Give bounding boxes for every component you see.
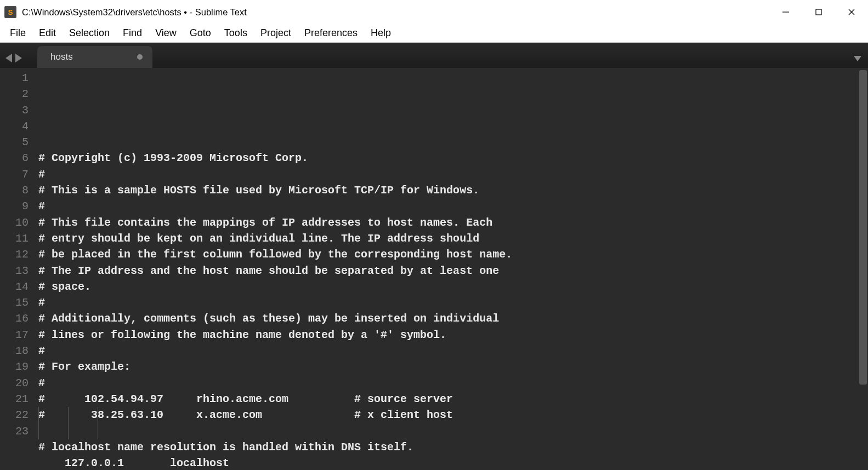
code-line[interactable]: # space. <box>38 279 868 295</box>
code-line[interactable]: # This file contains the mappings of IP … <box>38 215 868 231</box>
menu-tools[interactable]: Tools <box>218 25 254 41</box>
line-number: 20 <box>0 375 29 391</box>
line-number: 16 <box>0 311 29 326</box>
tab-dropdown-icon[interactable] <box>854 56 861 61</box>
code-line[interactable]: # Additionally, comments (such as these)… <box>38 311 868 326</box>
title-left: S C:\Windows\System32\drivers\etc\hosts … <box>0 6 247 18</box>
code-line[interactable]: # For example: <box>38 359 868 375</box>
menu-view[interactable]: View <box>149 25 183 41</box>
menu-edit[interactable]: Edit <box>32 25 63 41</box>
code-line[interactable] <box>38 423 868 439</box>
line-number: 12 <box>0 247 29 262</box>
menu-file[interactable]: File <box>3 25 32 41</box>
line-number: 22 <box>0 407 29 423</box>
line-number: 23 <box>0 423 29 439</box>
scroll-thumb[interactable] <box>859 70 867 385</box>
line-number: 5 <box>0 134 29 150</box>
code-line[interactable]: # localhost name resolution is handled w… <box>38 439 868 455</box>
code-view[interactable]: # Copyright (c) 1993-2009 Microsoft Corp… <box>38 68 868 470</box>
code-line[interactable]: # <box>38 198 868 214</box>
menu-selection[interactable]: Selection <box>63 25 116 41</box>
tabstrip: hosts <box>0 43 868 68</box>
line-number: 21 <box>0 391 29 407</box>
code-line[interactable]: # The IP address and the host name shoul… <box>38 263 868 279</box>
code-line[interactable]: # Copyright (c) 1993-2009 Microsoft Corp… <box>38 150 868 166</box>
line-number: 3 <box>0 102 29 118</box>
line-number: 10 <box>0 215 29 231</box>
minimize-button[interactable] <box>769 0 802 24</box>
line-number: 13 <box>0 263 29 279</box>
line-number: 11 <box>0 231 29 247</box>
vertical-scrollbar[interactable] <box>859 70 867 440</box>
indent-guide <box>68 407 69 439</box>
indent-guide <box>98 407 98 439</box>
maximize-button[interactable] <box>802 0 835 24</box>
editor-area[interactable]: 1234567891011121314151617181920212223 # … <box>0 68 868 470</box>
line-number: 15 <box>0 295 29 311</box>
tab-nav-arrows <box>4 54 26 68</box>
menu-goto[interactable]: Goto <box>183 25 218 41</box>
code-line[interactable]: # 38.25.63.10 x.acme.com # x client host <box>38 407 868 423</box>
close-icon <box>848 8 855 16</box>
line-number: 8 <box>0 182 29 198</box>
window-title: C:\Windows\System32\drivers\etc\hosts • … <box>22 7 247 18</box>
tab-label: hosts <box>50 51 73 62</box>
indent-guide <box>38 407 39 439</box>
menu-help[interactable]: Help <box>364 25 398 41</box>
tab-nav-prev-icon[interactable] <box>5 54 12 62</box>
line-number: 17 <box>0 327 29 343</box>
code-line[interactable]: # lines or following the machine name de… <box>38 327 868 343</box>
code-line[interactable]: 127.0.0.1 localhost <box>38 455 868 470</box>
code-line[interactable]: # <box>38 295 868 311</box>
titlebar: S C:\Windows\System32\drivers\etc\hosts … <box>0 0 868 24</box>
line-number: 6 <box>0 150 29 166</box>
code-line[interactable]: # This is a sample HOSTS file used by Mi… <box>38 182 868 198</box>
menu-preferences[interactable]: Preferences <box>298 25 364 41</box>
line-number: 2 <box>0 86 29 102</box>
svg-rect-1 <box>816 9 821 15</box>
menu-find[interactable]: Find <box>116 25 149 41</box>
window-controls <box>769 0 868 24</box>
line-number: 7 <box>0 167 29 182</box>
close-button[interactable] <box>835 0 868 24</box>
minimize-icon <box>782 8 790 16</box>
line-number: 4 <box>0 118 29 134</box>
tab-nav-next-icon[interactable] <box>15 54 22 62</box>
line-number-gutter: 1234567891011121314151617181920212223 <box>0 68 38 470</box>
code-line[interactable]: # be placed in the first column followed… <box>38 247 868 262</box>
code-line[interactable]: # entry should be kept on an individual … <box>38 231 868 247</box>
tab-hosts[interactable]: hosts <box>37 46 152 68</box>
code-line[interactable]: # 102.54.94.97 rhino.acme.com # source s… <box>38 391 868 407</box>
dirty-indicator-icon <box>137 54 143 60</box>
menubar: File Edit Selection Find View Goto Tools… <box>0 24 868 43</box>
code-line[interactable]: # <box>38 343 868 359</box>
menu-project[interactable]: Project <box>254 25 298 41</box>
code-line[interactable]: # <box>38 375 868 391</box>
maximize-icon <box>815 9 822 15</box>
line-number: 9 <box>0 198 29 214</box>
line-number: 19 <box>0 359 29 375</box>
line-number: 18 <box>0 343 29 359</box>
line-number: 14 <box>0 279 29 295</box>
sublime-app-icon: S <box>4 6 16 18</box>
line-number: 1 <box>0 70 29 86</box>
code-line[interactable]: # <box>38 167 868 182</box>
